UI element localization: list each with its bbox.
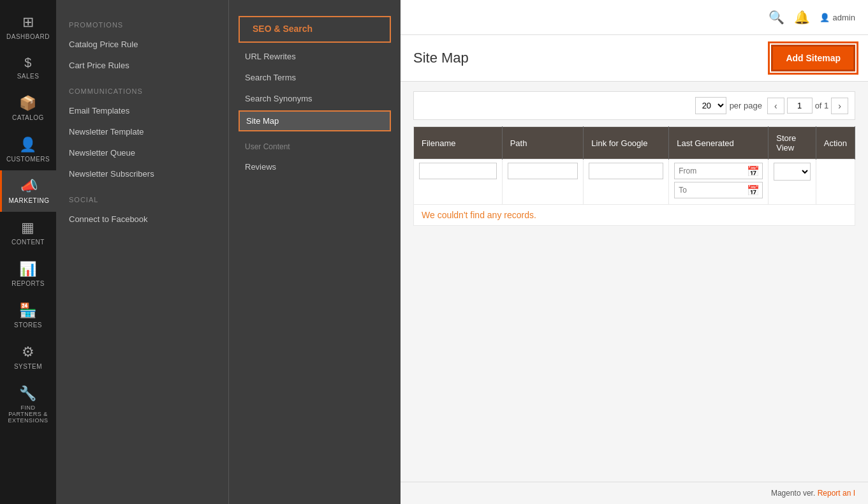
store-view-filter-select[interactable] xyxy=(774,163,811,181)
to-date-wrap: 📅 xyxy=(674,182,763,198)
next-page-button[interactable]: › xyxy=(831,98,848,114)
top-bar-icons: 🔍 🔔 👤 admin xyxy=(769,10,855,25)
add-sitemap-button[interactable]: Add Sitemap xyxy=(771,45,855,71)
marketing-icon: 📣 xyxy=(20,178,38,195)
main-content: 🔍 🔔 👤 admin Site Map Add Sitemap 20 per … xyxy=(401,0,868,504)
user-menu[interactable]: 👤 admin xyxy=(820,13,855,22)
catalog-price-rule-item[interactable]: Catalog Price Rule xyxy=(56,34,228,55)
page-title: Site Map xyxy=(413,50,771,66)
prev-page-button[interactable]: ‹ xyxy=(767,98,784,114)
reviews-item[interactable]: Reviews xyxy=(229,156,401,177)
newsletter-template-item[interactable]: Newsletter Template xyxy=(56,121,228,142)
system-icon: ⚙ xyxy=(22,344,35,360)
sidebar-item-reports[interactable]: 📊 REPORTS xyxy=(0,253,56,295)
connect-facebook-item[interactable]: Connect to Facebook xyxy=(56,209,228,230)
pagination: ‹ of 1 › xyxy=(767,98,848,114)
table-header-row: Filename Path Link for Google Last Gener… xyxy=(414,127,855,159)
col-header-action: Action xyxy=(816,127,855,159)
filename-filter-input[interactable] xyxy=(419,163,497,179)
from-date-wrap: 📅 xyxy=(674,163,763,179)
user-icon: 👤 xyxy=(820,13,830,22)
cart-price-rules-item[interactable]: Cart Price Rules xyxy=(56,55,228,76)
email-templates-item[interactable]: Email Templates xyxy=(56,100,228,121)
sitemap-table: Filename Path Link for Google Last Gener… xyxy=(413,126,855,226)
filter-action xyxy=(816,159,855,205)
path-filter-input[interactable] xyxy=(508,163,578,179)
sidebar-item-content[interactable]: ▦ CONTENT xyxy=(0,212,56,253)
link-filter-input[interactable] xyxy=(589,163,663,179)
filter-last-generated: 📅 📅 xyxy=(669,159,769,205)
col-header-store-view: Store View xyxy=(769,127,816,159)
bell-icon[interactable]: 🔔 xyxy=(794,10,810,25)
filter-filename xyxy=(414,159,503,205)
no-records-row: We couldn't find any records. xyxy=(414,205,855,226)
sidebar-item-find[interactable]: 🔧 FIND PARTNERS & EXTENSIONS xyxy=(0,378,56,431)
from-calendar-icon[interactable]: 📅 xyxy=(747,165,760,177)
per-page-label: per page xyxy=(730,101,762,110)
content-icon: ▦ xyxy=(21,219,35,236)
filter-store-view xyxy=(769,159,816,205)
url-rewrites-item[interactable]: URL Rewrites xyxy=(229,46,401,67)
promotions-section-title: Promotions xyxy=(56,10,228,34)
communications-section-title: Communications xyxy=(56,76,228,100)
sidebar-item-catalog[interactable]: 📦 CATALOG xyxy=(0,87,56,129)
seo-search-header[interactable]: SEO & Search xyxy=(239,16,391,43)
dashboard-icon: ⊞ xyxy=(22,14,34,31)
stores-icon: 🏪 xyxy=(19,302,37,319)
magento-version: Magento ver. xyxy=(771,489,815,498)
social-section-title: Social xyxy=(56,184,228,209)
page-header: Site Map Add Sitemap xyxy=(401,35,868,82)
col-header-link: Link for Google xyxy=(584,127,669,159)
table-filter-row: 📅 📅 xyxy=(414,159,855,205)
to-calendar-icon[interactable]: 📅 xyxy=(747,184,760,196)
per-page-select: 20 per page xyxy=(695,97,762,114)
user-content-section-title: User Content xyxy=(229,133,401,156)
marketing-menu: Promotions Catalog Price Rule Cart Price… xyxy=(56,0,228,504)
reports-icon: 📊 xyxy=(19,261,37,278)
newsletter-queue-item[interactable]: Newsletter Queue xyxy=(56,142,228,163)
sidebar-icons: ⊞ DASHBOARD $ SALES 📦 CATALOG 👤 CUSTOMER… xyxy=(0,0,56,504)
report-issue-link[interactable]: Report an I xyxy=(818,489,855,498)
of-pages: of 1 xyxy=(815,101,829,110)
page-number-input[interactable] xyxy=(787,98,813,114)
grid-controls: 20 per page ‹ of 1 › xyxy=(413,91,855,120)
sidebar-item-dashboard[interactable]: ⊞ DASHBOARD xyxy=(0,6,56,48)
find-icon: 🔧 xyxy=(19,385,37,402)
customers-icon: 👤 xyxy=(19,137,37,153)
catalog-icon: 📦 xyxy=(19,95,37,112)
sidebar-item-sales[interactable]: $ SALES xyxy=(0,48,56,87)
sidebar-item-customers[interactable]: 👤 CUSTOMERS xyxy=(0,129,56,170)
col-header-filename: Filename xyxy=(414,127,503,159)
per-page-dropdown[interactable]: 20 xyxy=(695,97,726,114)
filter-link xyxy=(584,159,669,205)
search-icon[interactable]: 🔍 xyxy=(769,10,784,25)
filter-path xyxy=(502,159,584,205)
site-map-item[interactable]: Site Map xyxy=(239,110,391,131)
search-terms-item[interactable]: Search Terms xyxy=(229,67,401,88)
username: admin xyxy=(833,13,855,22)
sales-icon: $ xyxy=(24,56,32,70)
content-area: 20 per page ‹ of 1 › Filename Path Link … xyxy=(401,82,868,482)
top-bar: 🔍 🔔 👤 admin xyxy=(401,0,868,35)
col-header-path: Path xyxy=(502,127,584,159)
newsletter-subscribers-item[interactable]: Newsletter Subscribers xyxy=(56,163,228,184)
search-synonyms-item[interactable]: Search Synonyms xyxy=(229,88,401,109)
col-header-last-generated: Last Generated xyxy=(669,127,769,159)
page-title-area: Site Map xyxy=(413,50,771,66)
footer: Magento ver. Report an I xyxy=(401,482,868,504)
sidebar-item-stores[interactable]: 🏪 STORES xyxy=(0,295,56,336)
no-records-message: We couldn't find any records. xyxy=(414,205,855,226)
seo-submenu: SEO & Search URL Rewrites Search Terms S… xyxy=(228,0,401,504)
sidebar-item-system[interactable]: ⚙ SYSTEM xyxy=(0,336,56,378)
sidebar-item-marketing[interactable]: 📣 MARKETING xyxy=(0,170,56,212)
